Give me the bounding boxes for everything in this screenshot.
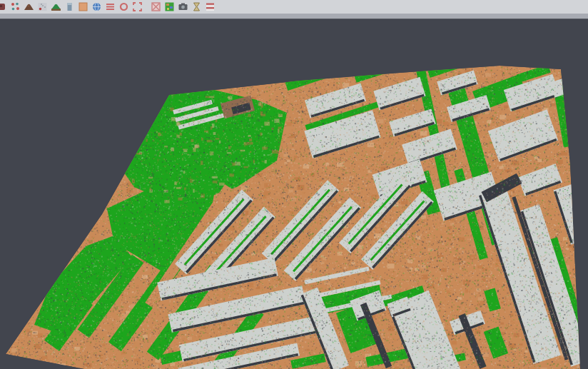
main-toolbar bbox=[0, 0, 588, 14]
classified-cloud-icon[interactable] bbox=[164, 1, 175, 12]
measure-stripes-icon[interactable] bbox=[205, 1, 216, 12]
clip-box-icon[interactable] bbox=[151, 1, 161, 12]
ring-icon[interactable] bbox=[118, 1, 129, 12]
scatter-points-icon[interactable] bbox=[10, 1, 21, 12]
sparse-points-icon[interactable] bbox=[37, 1, 48, 12]
3d-viewport[interactable] bbox=[0, 19, 588, 369]
building-icon[interactable] bbox=[64, 1, 75, 12]
camera-icon[interactable] bbox=[178, 1, 188, 12]
toolbar-lower-band bbox=[0, 14, 588, 19]
tile-icon[interactable] bbox=[78, 1, 88, 12]
terrain-icon[interactable] bbox=[51, 1, 61, 12]
model-icon[interactable] bbox=[0, 1, 7, 12]
globe-icon[interactable] bbox=[91, 1, 102, 12]
list-icon[interactable] bbox=[105, 1, 116, 12]
mountain-icon[interactable] bbox=[24, 1, 34, 12]
hourglass-icon[interactable] bbox=[191, 1, 202, 12]
selection-brackets-icon[interactable] bbox=[132, 1, 143, 12]
classified-point-cloud-view[interactable] bbox=[0, 19, 588, 369]
application-window bbox=[0, 0, 588, 369]
